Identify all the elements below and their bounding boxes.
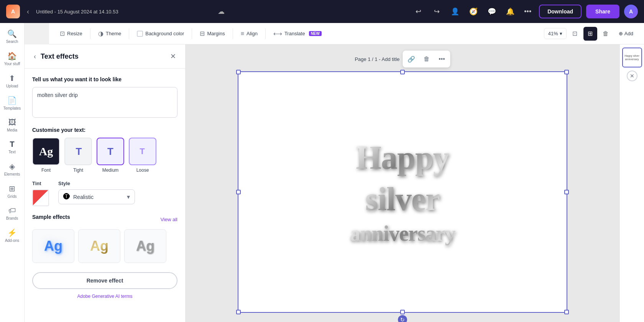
redo-button[interactable]: ↪ <box>429 4 444 19</box>
medium-style-box[interactable]: T <box>97 138 124 165</box>
prompt-input[interactable]: molten silver drip <box>32 87 177 118</box>
undo-button[interactable]: ↩ <box>411 4 426 19</box>
media-icon: 🖼 <box>8 118 16 127</box>
close-panel-button[interactable]: ✕ <box>627 71 637 81</box>
style-options: Ag Font T Tight <box>32 138 177 173</box>
sidebar-item-grids[interactable]: ⊞ Grids <box>2 181 23 202</box>
delete-element-button[interactable]: 🗑 <box>599 27 613 41</box>
topbar-icons: ↩ ↪ 👤 🧭 💬 🔔 ••• <box>411 4 534 19</box>
chevron-down-icon: ▾ <box>127 193 130 200</box>
style-value: Realistic <box>73 194 124 200</box>
sidebar-item-media[interactable]: 🖼 Media <box>2 115 23 135</box>
tint-color-picker[interactable] <box>32 189 49 206</box>
brands-icon: 🏷 <box>8 206 16 215</box>
style-font[interactable]: Ag Font <box>32 138 60 173</box>
sample-grid: Ag Ag Ag <box>32 229 177 263</box>
add-button[interactable]: ⊕ Add <box>614 28 638 39</box>
prompt-label: Tell us what you want it to look like <box>32 76 177 82</box>
style-dropdown[interactable]: 🅣 Realistic ▾ <box>58 189 135 204</box>
text-icon: T <box>10 140 14 149</box>
comment-icon-button[interactable]: 💬 <box>484 4 499 19</box>
share-button[interactable]: Share <box>586 5 619 18</box>
sidebar-item-search[interactable]: 🔍 Search <box>2 26 23 47</box>
sidebar-item-addons[interactable]: ⚡ Add-ons <box>2 225 23 246</box>
compass-icon-button[interactable]: 🧭 <box>466 4 481 19</box>
delete-page-button[interactable]: 🗑 <box>420 52 434 66</box>
back-button[interactable]: ‹ <box>25 5 31 18</box>
style-loose[interactable]: T Loose <box>129 138 156 173</box>
link-button[interactable]: 🔗 <box>404 52 418 66</box>
handle-bottom-right[interactable] <box>564 310 569 314</box>
panel-close-button[interactable]: ✕ <box>169 51 177 62</box>
sidebar-item-your-stuff[interactable]: 🏠 Your stuff <box>2 48 23 69</box>
canvas-text-wrapper: Happy silver anniversary <box>342 131 463 253</box>
page-actions: 🔗 🗑 ••• <box>403 51 450 67</box>
more-options-button[interactable]: ••• <box>521 8 534 16</box>
view-all-link[interactable]: View all <box>160 217 177 222</box>
topbar: A ‹ Untitled - 15 August 2024 at 14.10.5… <box>0 0 644 23</box>
tight-style-box[interactable]: T <box>64 138 92 165</box>
more-page-options-button[interactable]: ••• <box>435 52 449 66</box>
sidebar-item-text[interactable]: T Text <box>2 137 23 157</box>
separator <box>233 28 233 39</box>
style-tight[interactable]: T Tight <box>64 138 92 173</box>
toolbar-right-icons: ⊡ ⊞ 🗑 ⊕ Add <box>568 27 638 41</box>
remove-effect-button[interactable]: Remove effect <box>32 272 177 289</box>
handle-bottom-middle[interactable] <box>400 310 405 314</box>
sidebar-item-templates[interactable]: 📄 Templates <box>2 93 23 113</box>
document-title: Untitled - 15 August 2024 at 14.10.53 <box>36 9 213 15</box>
handle-middle-left[interactable] <box>236 190 241 194</box>
tight-label: Tight <box>73 168 83 173</box>
close-icon: ✕ <box>630 73 634 79</box>
chevron-down-icon: ▾ <box>560 31 562 36</box>
medium-label: Medium <box>102 168 119 173</box>
loose-label: Loose <box>136 168 149 173</box>
handle-middle-right[interactable] <box>564 190 569 194</box>
addons-icon: ⚡ <box>7 228 17 237</box>
sample-item-1[interactable]: Ag <box>32 229 74 263</box>
toolbar: ⊡ Resize ◑ Theme Background color ⊟ Marg… <box>49 23 644 44</box>
zoom-control[interactable]: 41% ▾ <box>544 28 567 39</box>
ai-terms-link[interactable]: Adobe Generative AI terms <box>32 294 177 299</box>
sidebar-item-elements[interactable]: ◈ Elements <box>2 159 23 179</box>
sample-item-3[interactable]: Ag <box>124 229 166 263</box>
sample-item-2[interactable]: Ag <box>78 229 120 263</box>
layout-icon-button[interactable]: ⊡ <box>568 27 582 41</box>
theme-icon: ◑ <box>98 30 104 37</box>
page-thumbnail[interactable]: Happy silver anniversary <box>622 48 642 67</box>
canvas-text-happy: Happy <box>356 138 449 177</box>
resize-button[interactable]: ⊡ Resize <box>55 28 87 39</box>
font-style-box[interactable]: Ag <box>32 138 60 165</box>
margins-button[interactable]: ⊟ Margins <box>195 28 229 39</box>
margins-icon: ⊟ <box>200 30 205 37</box>
canva-logo[interactable]: A <box>6 5 20 18</box>
templates-icon: 📄 <box>7 96 17 105</box>
thumbnail-text: Happy silver anniversary <box>624 54 640 61</box>
theme-button[interactable]: ◑ Theme <box>94 28 126 39</box>
sidebar-item-brands[interactable]: 🏷 Brands <box>2 203 23 223</box>
download-button[interactable]: Download <box>539 5 582 18</box>
loose-style-box[interactable]: T <box>129 138 156 165</box>
sample-text-2: Ag <box>90 238 108 254</box>
handle-top-right[interactable] <box>564 70 569 74</box>
background-color-button[interactable]: Background color <box>132 28 189 39</box>
handle-top-left[interactable] <box>236 70 241 74</box>
style-medium[interactable]: T Medium <box>97 138 124 173</box>
handle-top-middle[interactable] <box>400 70 405 74</box>
bell-icon-button[interactable]: 🔔 <box>503 4 518 19</box>
sample-header: Sample effects View all <box>32 214 177 225</box>
canvas-frame[interactable]: ↻ Happy silver anniversary <box>238 71 567 313</box>
style-icon: 🅣 <box>63 193 70 201</box>
sidebar-item-upload[interactable]: ⬆ Upload <box>2 71 23 91</box>
right-panel: Happy silver anniversary ✕ <box>619 44 644 322</box>
translate-button[interactable]: ⟷ Translate NEW <box>269 28 326 39</box>
handle-bottom-left[interactable] <box>236 310 241 314</box>
grid-view-button[interactable]: ⊞ <box>583 27 597 41</box>
effects-panel: ‹ Text effects ✕ Tell us what you want i… <box>25 44 186 322</box>
align-button[interactable]: ≡ Align <box>236 28 262 39</box>
profile-icon-button[interactable]: 👤 <box>447 4 463 19</box>
rotate-handle[interactable]: ↻ <box>398 315 407 322</box>
page-header: Page 1 / 1 - Add title 🔗 🗑 ••• <box>355 51 450 67</box>
panel-back-button[interactable]: ‹ <box>32 51 38 62</box>
avatar[interactable]: A <box>624 5 638 18</box>
